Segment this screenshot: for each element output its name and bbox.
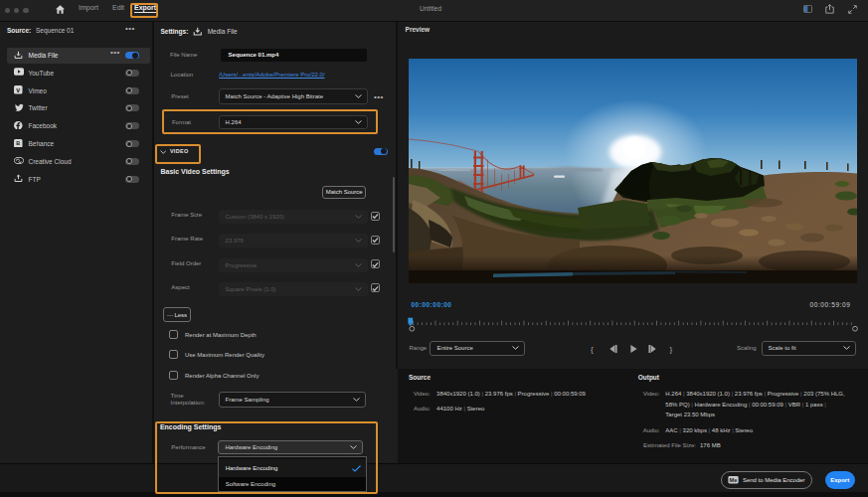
svg-text:v: v (16, 86, 20, 93)
svg-text:Me: Me (730, 477, 738, 483)
svg-text:B: B (16, 140, 20, 146)
